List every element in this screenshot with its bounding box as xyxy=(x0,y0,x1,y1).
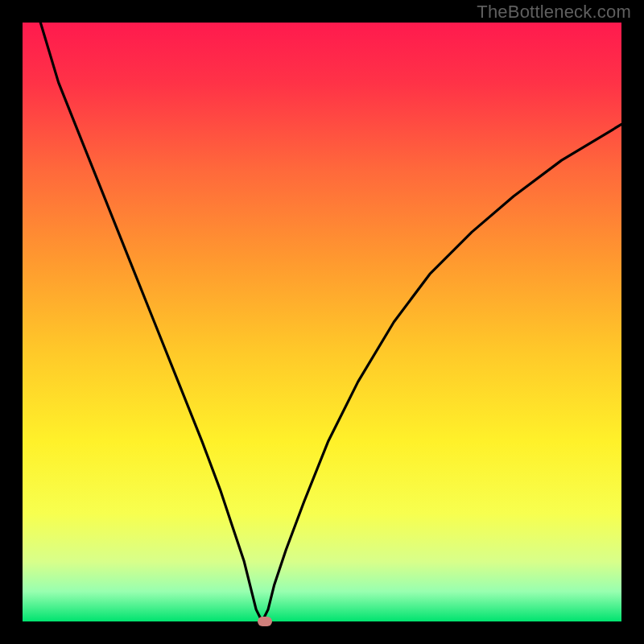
chart-frame: TheBottleneck.com xyxy=(0,0,644,644)
watermark-text: TheBottleneck.com xyxy=(477,2,631,23)
plot-area xyxy=(23,23,621,621)
gradient-rect xyxy=(23,23,621,621)
minimum-marker xyxy=(258,617,272,626)
plot-svg xyxy=(23,23,621,621)
